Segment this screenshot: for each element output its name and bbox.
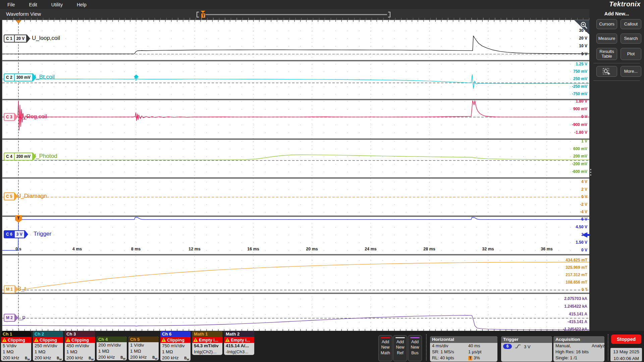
clipping-warning: Clipping	[1, 337, 31, 343]
ch2-badge-id: C 2	[4, 73, 14, 81]
menu-edit[interactable]: Edit	[29, 2, 37, 7]
ch5-badge[interactable]: C 5	[4, 192, 18, 200]
badge-row: 200 kHzBW	[1, 355, 31, 361]
button-plot[interactable]: Plot	[621, 48, 641, 60]
overview-track[interactable]	[205, 14, 387, 15]
menu-utility[interactable]: Utility	[51, 2, 63, 7]
math2-badge-tip	[15, 314, 18, 322]
badge-row: 5 V/div	[1, 343, 31, 349]
trigger-flag-icon: T	[468, 356, 472, 360]
ch5-badge-id: C 5	[4, 192, 14, 200]
badge-ch-1[interactable]: Ch 1Clipping5 V/div1 MΩ200 kHzBW	[1, 331, 31, 361]
tab-waveform-view[interactable]: Waveform View	[6, 11, 41, 17]
trigger-pane[interactable]: Trigger 6 3 V	[501, 336, 552, 362]
badge-row: 54.3 mT/div	[192, 343, 222, 349]
badge-row: 1 MΩ	[128, 348, 159, 354]
badge-ch-2[interactable]: Ch 2Clipping250 mV/div1 MΩ200 kHzBW	[33, 331, 63, 361]
horizontal-pane[interactable]: Horizontal 4 ms/div40 msSR: 1 MS/s1 µs/p…	[430, 336, 497, 362]
tektronix-logo: Tektronix	[609, 0, 641, 8]
math2-badge-id: M 2	[4, 314, 15, 322]
badge-ch-5[interactable]: Ch 51 V/div1 MΩ200 kHzBW	[128, 337, 159, 360]
ch3-badge[interactable]: C 3	[4, 113, 18, 121]
badge-ch-3[interactable]: Ch 3Clipping450 mV/div1 MΩ200 kHzBW	[65, 331, 95, 361]
button-cursors[interactable]: Cursors	[596, 19, 617, 29]
badge-math-2[interactable]: Math 2Empty i...415.14 A/...-Intg(Ch3...	[224, 331, 254, 355]
button-results-table[interactable]: Results Table	[596, 48, 617, 60]
time-label: 16 ms	[243, 247, 263, 251]
ch1-badge[interactable]: C 120 V	[4, 35, 30, 43]
badge-math-1[interactable]: Math 1Empty i...54.3 mT/divIntg(Ch2)...	[192, 331, 222, 355]
ch4-badge[interactable]: C 4200 mV	[4, 153, 36, 161]
badge-header: Ch 4	[97, 337, 127, 342]
math1-badge[interactable]: M 1	[4, 285, 18, 293]
color-stripe	[381, 337, 390, 338]
horizontal-overview-scrollbar[interactable]: T	[197, 11, 390, 18]
add-new-math-button[interactable]: Add New Math	[378, 335, 392, 361]
right-panel: Add New... CursorsCalloutMeasureSearchRe…	[589, 9, 644, 331]
trigger-pane-title: Trigger	[501, 336, 552, 343]
button-callout[interactable]: Callout	[621, 19, 641, 29]
acquisition-pane[interactable]: Acquisition Manual,AnalyzeHigh Res: 16 b…	[553, 336, 604, 362]
ch2-badge[interactable]: C 2300 mV	[4, 73, 36, 81]
time-text: 10:40:06 AM	[610, 355, 642, 362]
badge-header: Math 1	[192, 331, 222, 337]
area-zoom-button[interactable]	[596, 66, 617, 77]
time-label: 8 ms	[126, 247, 146, 251]
badge-ch-6[interactable]: Ch 6Clipping750 mV/div1 MΩ200 kHzBW	[160, 331, 191, 361]
button-search[interactable]: Search	[621, 34, 641, 44]
ch6-waveform-label: Trigger	[34, 231, 51, 237]
trigger-source-badge: 6	[503, 344, 512, 349]
button-measure[interactable]: Measure	[596, 34, 617, 44]
ch2-badge-scale: 300 mV	[14, 73, 33, 81]
time-label: 28 ms	[419, 247, 439, 251]
warning-icon	[34, 338, 39, 342]
math1-badge-tip	[15, 285, 18, 293]
trigger-level-value: 3 V	[524, 344, 531, 350]
datetime-display: 13 May 2025 10:40:06 AM	[610, 348, 642, 361]
more-button[interactable]: More...	[621, 66, 641, 77]
ch1-waveform-label: U_loop,coil	[32, 35, 60, 42]
horizontal-pane-title: Horizontal	[430, 336, 497, 343]
warning-icon	[225, 338, 230, 342]
top-ruler-ticks	[2, 18, 589, 20]
rising-edge-icon	[515, 344, 521, 349]
badge-row: 1 MΩ	[1, 349, 31, 355]
add-new-ref-button[interactable]: Add New Ref	[393, 335, 407, 361]
horizontal-row: RL: 40 kptsT3%	[430, 355, 497, 361]
trigger-level-arrow-icon[interactable]	[582, 232, 587, 238]
panel-drag-handle[interactable]	[590, 168, 591, 177]
add-new-bus-button[interactable]: Add New Bus	[408, 335, 422, 361]
bandwidth-icon: BW	[25, 355, 30, 361]
badge-header: Ch 1	[1, 331, 31, 337]
bandwidth-icon: BW	[120, 355, 125, 360]
warning-icon	[161, 338, 166, 342]
overview-right-bracket[interactable]	[388, 12, 390, 17]
badge-row: 200 kHzBW	[97, 354, 127, 360]
clipping-warning: Clipping	[65, 337, 95, 343]
overview-trigger-flag-icon[interactable]: T	[201, 13, 206, 18]
badge-ch-4[interactable]: Ch 4200 mV/div1 MΩ200 kHzBW	[97, 337, 127, 360]
overview-left-bracket[interactable]	[197, 12, 199, 17]
ch1-badge-id: C 1	[4, 35, 14, 43]
badge-row: 200 kHzBW	[65, 355, 95, 361]
clipping-warning: Empty i...	[192, 337, 222, 343]
ch6-badge-id: C 6	[4, 230, 14, 238]
math2-waveform-label: I_p	[17, 314, 25, 321]
badge-row: 1 MΩ	[65, 349, 95, 355]
clipping-warning: Clipping	[160, 337, 191, 343]
clipping-warning: Empty i...	[224, 337, 254, 343]
time-label: 0 s	[8, 247, 29, 251]
acquisition-row: Single: 1 /1	[553, 355, 604, 361]
area-zoom-icon	[602, 68, 611, 75]
badge-row: 200 kHzBW	[128, 354, 159, 360]
time-label: 32 ms	[478, 247, 498, 251]
run-stop-status-button[interactable]: Stopped	[611, 335, 641, 344]
menu-file[interactable]: File	[7, 2, 15, 7]
badge-header: Ch 6	[160, 331, 191, 337]
menu-help[interactable]: Help	[77, 2, 87, 7]
ch6-badge[interactable]: C 63 V	[4, 230, 28, 238]
badge-row: 200 mV/div	[97, 342, 127, 348]
math2-badge[interactable]: M 2	[4, 314, 18, 322]
menu-items: FileEditUtilityHelp	[0, 2, 87, 7]
bandwidth-icon: BW	[89, 355, 94, 361]
